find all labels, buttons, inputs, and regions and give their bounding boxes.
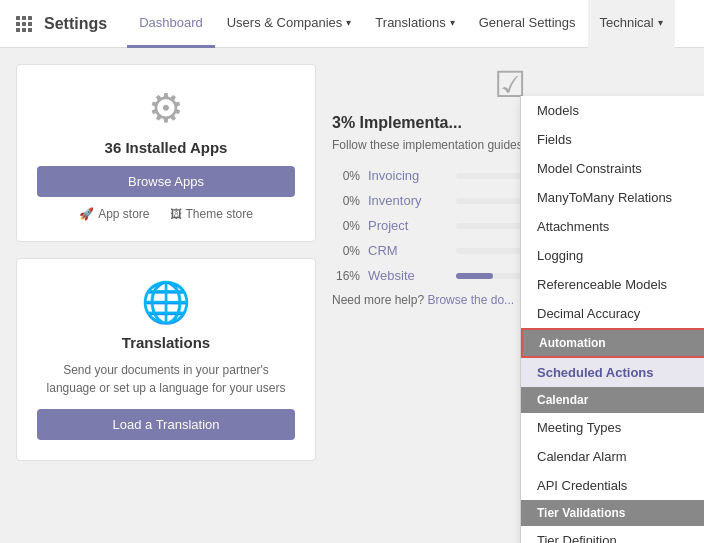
nav-users-companies[interactable]: Users & Companies ▾	[215, 0, 364, 48]
dropdown-item[interactable]: Decimal Accuracy	[521, 299, 704, 328]
topbar: Settings Dashboard Users & Companies ▾ T…	[0, 0, 704, 48]
svg-rect-0	[16, 16, 20, 20]
card-links: 🚀 App store 🖼 Theme store	[79, 207, 253, 221]
progress-label[interactable]: Website	[368, 268, 448, 283]
svg-rect-5	[28, 22, 32, 26]
svg-rect-6	[16, 28, 20, 32]
dropdown-item[interactable]: Scheduled Actions	[521, 358, 704, 387]
gear-icon: ⚙	[148, 85, 184, 131]
dropdown-item[interactable]: API Credentials	[521, 471, 704, 500]
progress-percent: 0%	[332, 244, 360, 258]
app-store-link[interactable]: 🚀 App store	[79, 207, 149, 221]
nav-general-settings[interactable]: General Settings	[467, 0, 588, 48]
progress-percent: 0%	[332, 169, 360, 183]
installed-apps-card: ⚙ 36 Installed Apps Browse Apps 🚀 App st…	[16, 64, 316, 242]
dropdown-section-header: Calendar	[521, 387, 704, 413]
dropdown-item[interactable]: Calendar Alarm	[521, 442, 704, 471]
rocket-icon: 🚀	[79, 207, 94, 221]
grid-icon[interactable]	[10, 10, 38, 38]
translations-desc: Send your documents in your partner's la…	[37, 361, 295, 397]
svg-rect-1	[22, 16, 26, 20]
progress-label[interactable]: Invoicing	[368, 168, 448, 183]
dropdown-item[interactable]: Logging	[521, 241, 704, 270]
nav-translations[interactable]: Translations ▾	[363, 0, 466, 48]
progress-bar-fill	[456, 273, 493, 279]
dropdown-item[interactable]: Tier Definition	[521, 526, 704, 543]
load-translation-button[interactable]: Load a Translation	[37, 409, 295, 440]
dropdown-item[interactable]: Meeting Types	[521, 413, 704, 442]
browse-apps-button[interactable]: Browse Apps	[37, 166, 295, 197]
image-icon: 🖼	[170, 207, 182, 221]
progress-label[interactable]: CRM	[368, 243, 448, 258]
installed-apps-title: 36 Installed Apps	[105, 139, 228, 156]
main-content: ⚙ 36 Installed Apps Browse Apps 🚀 App st…	[0, 48, 704, 543]
nav-dashboard[interactable]: Dashboard	[127, 0, 215, 48]
technical-dropdown: ModelsFieldsModel ConstraintsManyToMany …	[520, 96, 704, 543]
dropdown-item[interactable]: Model Constraints	[521, 154, 704, 183]
chevron-down-icon: ▾	[450, 17, 455, 28]
translations-card: 🌐 Translations Send your documents in yo…	[16, 258, 316, 461]
svg-rect-8	[28, 28, 32, 32]
browse-docs-link[interactable]: Browse the do...	[427, 293, 514, 307]
svg-rect-4	[22, 22, 26, 26]
progress-percent: 0%	[332, 194, 360, 208]
dropdown-section-header: Tier Validations	[521, 500, 704, 526]
globe-icon: 🌐	[141, 279, 191, 326]
dropdown-section-header: Automation	[521, 328, 704, 358]
dropdown-item[interactable]: Fields	[521, 125, 704, 154]
progress-percent: 0%	[332, 219, 360, 233]
svg-rect-3	[16, 22, 20, 26]
theme-store-link[interactable]: 🖼 Theme store	[170, 207, 253, 221]
progress-label[interactable]: Inventory	[368, 193, 448, 208]
left-panel: ⚙ 36 Installed Apps Browse Apps 🚀 App st…	[16, 64, 316, 527]
dropdown-item[interactable]: Models	[521, 96, 704, 125]
brand-logo: Settings	[44, 15, 107, 33]
svg-rect-2	[28, 16, 32, 20]
nav-technical[interactable]: Technical ▾	[588, 0, 675, 48]
dropdown-item[interactable]: ManyToMany Relations	[521, 183, 704, 212]
translations-title: Translations	[122, 334, 210, 351]
svg-rect-7	[22, 28, 26, 32]
dropdown-item[interactable]: Attachments	[521, 212, 704, 241]
progress-label[interactable]: Project	[368, 218, 448, 233]
chevron-down-icon: ▾	[658, 17, 663, 28]
dropdown-item[interactable]: Referenceable Models	[521, 270, 704, 299]
progress-percent: 16%	[332, 269, 360, 283]
chevron-down-icon: ▾	[346, 17, 351, 28]
